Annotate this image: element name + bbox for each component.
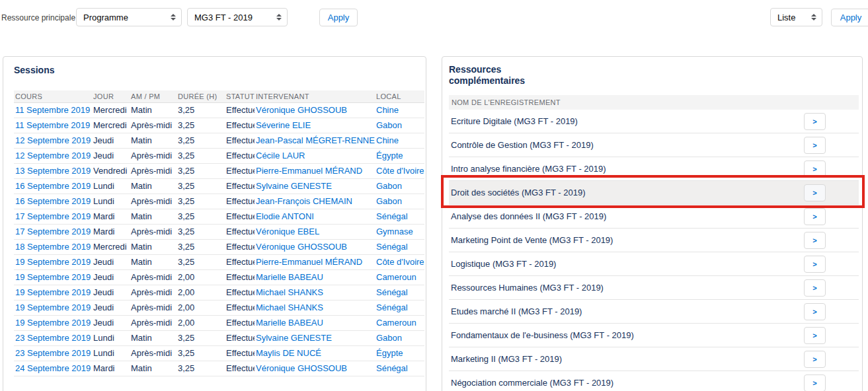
session-date-link[interactable]: 11 Septembre 2019	[15, 120, 90, 130]
session-ampm-cell: Après-midi	[130, 269, 177, 285]
chevron-right-icon: >	[812, 165, 816, 173]
session-date-link[interactable]: 19 Septembre 2019	[15, 302, 91, 312]
resource-open-button[interactable]: >	[804, 232, 826, 249]
session-duration-cell: 3,25	[177, 209, 225, 224]
session-speaker-link[interactable]: Michael SHANKS	[256, 287, 323, 297]
session-date-link[interactable]: 13 Septembre 2019	[15, 166, 91, 176]
session-room-link[interactable]: Égypte	[376, 348, 403, 358]
resource-open-button[interactable]: >	[804, 327, 826, 344]
session-date-link[interactable]: 19 Septembre 2019	[15, 287, 91, 297]
session-room-link[interactable]: Chine	[376, 105, 399, 115]
session-status-cell: Effectué	[225, 361, 255, 376]
resources-list: Ecriture Digitale (MG3 FT - 2019) > Cont…	[449, 110, 859, 391]
session-room-link[interactable]: Sénégal	[376, 302, 408, 312]
resource-open-button[interactable]: >	[804, 137, 826, 154]
session-room-link[interactable]: Égypte	[376, 151, 403, 160]
session-ampm-cell: Après-midi	[130, 118, 177, 133]
session-date-link[interactable]: 17 Septembre 2019	[15, 227, 91, 236]
session-date-link[interactable]: 16 Septembre 2019	[15, 181, 91, 191]
session-date-link[interactable]: 12 Septembre 2019	[15, 135, 91, 145]
session-room-link[interactable]: Gabon	[376, 181, 402, 191]
col-header-jour: JOUR	[92, 90, 130, 102]
session-speaker-cell: Sylvaine GENESTE	[255, 330, 375, 345]
resource-list-item: Analyse des données II (MG3 FT - 2019) >	[449, 205, 859, 229]
session-speaker-link[interactable]: Véronique GHOSSOUB	[256, 363, 347, 373]
session-date-link[interactable]: 19 Septembre 2019	[15, 272, 91, 282]
session-speaker-link[interactable]: Cécile LAUR	[256, 151, 305, 160]
session-speaker-link[interactable]: Marielle BABEAU	[256, 272, 323, 282]
session-speaker-link[interactable]: Michael SHANKS	[256, 302, 323, 312]
session-room-cell: Sénégal	[375, 239, 424, 254]
session-speaker-link[interactable]: Sylvaine GENESTE	[256, 333, 332, 343]
session-date-link[interactable]: 23 Septembre 2019	[15, 348, 91, 358]
session-speaker-cell: Véronique EBEL	[255, 224, 375, 239]
program-select[interactable]: MG3 FT - 2019	[187, 8, 288, 26]
session-speaker-cell: Véronique GHOSSOUB	[255, 361, 375, 376]
view-select[interactable]: Liste	[770, 8, 822, 26]
session-date-link[interactable]: 12 Septembre 2019	[15, 151, 91, 160]
session-date-link[interactable]: 24 Septembre 2019	[15, 363, 91, 373]
session-speaker-link[interactable]: Séverine ELIE	[256, 120, 311, 130]
col-header-local: LOCAL	[375, 90, 424, 102]
session-row: 19 Septembre 2019 Jeudi Après-midi 2,00 …	[14, 285, 424, 300]
session-room-link[interactable]: Gabon	[376, 120, 402, 130]
session-room-link[interactable]: Sénégal	[376, 211, 408, 221]
session-room-link[interactable]: Sénégal	[376, 363, 408, 373]
resource-list-item: Négociation commerciale (MG3 FT - 2019) …	[449, 371, 859, 391]
session-room-cell: Chine	[375, 133, 424, 148]
select-updown-icon	[276, 14, 282, 20]
session-speaker-link[interactable]: Pierre-Emmanuel MÉRAND	[256, 257, 362, 267]
session-date-link[interactable]: 23 Septembre 2019	[15, 333, 91, 343]
resource-open-button[interactable]: >	[804, 208, 826, 225]
session-speaker-link[interactable]: Jean-Pascal MÉGRET-RENNER	[256, 135, 375, 145]
session-speaker-link[interactable]: Elodie ANTONI	[256, 211, 314, 221]
apply-button[interactable]: Apply	[319, 9, 358, 26]
session-date-link[interactable]: 16 Septembre 2019	[15, 196, 91, 206]
session-status-cell: Effectué	[225, 239, 255, 254]
resource-open-button[interactable]: >	[804, 351, 826, 368]
session-speaker-link[interactable]: Véronique GHOSSOUB	[256, 105, 347, 115]
session-date-link[interactable]: 19 Septembre 2019	[15, 318, 91, 328]
session-speaker-cell: Marielle BABEAU	[255, 269, 375, 285]
sessions-card: Sessions COURS JOUR AM / PM DURÉE (H) ST…	[3, 56, 426, 391]
session-speaker-link[interactable]: Véronique GHOSSOUB	[256, 242, 347, 252]
chevron-right-icon: >	[812, 213, 816, 221]
resource-open-button[interactable]: >	[804, 303, 826, 320]
resource-open-button[interactable]: >	[804, 184, 826, 201]
session-date-link[interactable]: 18 Septembre 2019	[15, 242, 91, 252]
resource-open-button[interactable]: >	[804, 113, 826, 130]
session-room-link[interactable]: Côte d'Ivoire	[376, 166, 424, 176]
session-row: 11 Septembre 2019 Mercredi Après-midi 3,…	[14, 118, 424, 133]
chevron-right-icon: >	[812, 379, 816, 387]
resource-open-button[interactable]: >	[804, 279, 826, 297]
session-date-link[interactable]: 17 Septembre 2019	[15, 211, 91, 221]
session-speaker-link[interactable]: Véronique EBEL	[256, 227, 319, 236]
session-room-link[interactable]: Côte d'Ivoire	[376, 257, 424, 267]
resource-open-button[interactable]: >	[804, 374, 826, 391]
resource-name: Intro analyse financière (MG3 FT - 2019)	[451, 164, 804, 174]
session-room-link[interactable]: Sénégal	[376, 287, 408, 297]
session-room-link[interactable]: Sénégal	[376, 242, 408, 252]
session-duration-cell: 3,25	[177, 118, 225, 133]
resource-type-select[interactable]: Programme	[76, 8, 182, 26]
session-speaker-link[interactable]: Sylvaine GENESTE	[256, 181, 332, 191]
session-room-link[interactable]: Gabon	[376, 333, 402, 343]
apply-button-right[interactable]: Apply	[831, 9, 868, 26]
session-room-link[interactable]: Cameroun	[376, 272, 416, 282]
session-speaker-link[interactable]: Jean-François CHEMAIN	[256, 196, 352, 206]
session-day-cell: Vendredi	[92, 163, 130, 178]
session-room-link[interactable]: Gabon	[376, 196, 402, 206]
session-row: 12 Septembre 2019 Jeudi Après-midi 3,25 …	[14, 148, 424, 163]
session-day-cell: Lundi	[92, 178, 130, 194]
resource-open-button[interactable]: >	[804, 160, 826, 178]
session-speaker-link[interactable]: Marielle BABEAU	[256, 318, 323, 328]
resource-open-button[interactable]: >	[804, 256, 826, 273]
session-speaker-link[interactable]: Maylis DE NUCÉ	[256, 348, 321, 358]
session-room-link[interactable]: Gymnase	[376, 227, 413, 236]
session-room-link[interactable]: Cameroun	[376, 318, 416, 328]
session-date-link[interactable]: 19 Septembre 2019	[15, 257, 91, 267]
session-date-link[interactable]: 11 Septembre 2019	[15, 105, 90, 115]
session-date-cell: 11 Septembre 2019	[14, 118, 92, 133]
session-room-link[interactable]: Chine	[376, 135, 399, 145]
session-speaker-link[interactable]: Pierre-Emmanuel MÉRAND	[256, 166, 362, 176]
